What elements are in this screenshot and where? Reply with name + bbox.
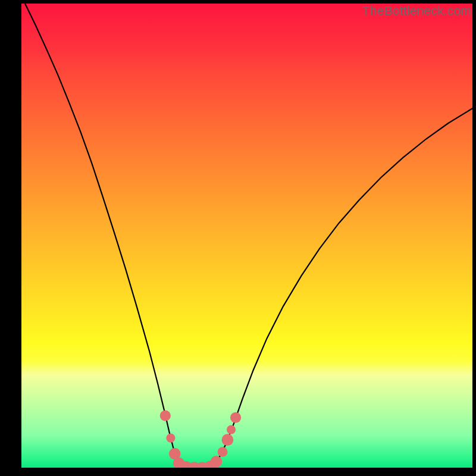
curve-svg	[21, 4, 472, 468]
curve-marker	[227, 425, 236, 434]
curve-marker	[166, 434, 175, 443]
marker-layer	[160, 411, 241, 468]
curve-marker	[211, 456, 223, 468]
curve-marker	[160, 411, 171, 421]
curve-marker	[218, 447, 228, 457]
chart-container: TheBottleneck.com	[0, 0, 476, 476]
curve-marker	[222, 434, 234, 446]
bottleneck-curve	[25, 4, 472, 468]
plot-area	[21, 4, 472, 468]
curve-marker	[230, 412, 241, 423]
